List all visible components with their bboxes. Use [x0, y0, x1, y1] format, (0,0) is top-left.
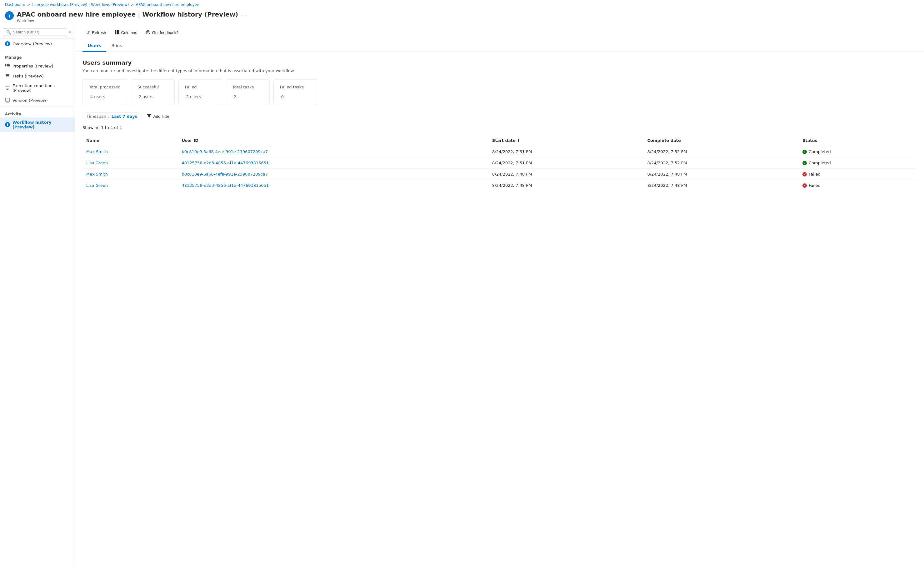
user-id-link[interactable]: b0c810e9-5a68-4efe-991e-239607209ca7	[182, 172, 268, 177]
name-link[interactable]: Lisa Green	[86, 160, 108, 165]
breadcrumb: Dashboard > Lifecycle workflows (Preview…	[0, 0, 924, 9]
add-filter-label: Add filter	[153, 114, 169, 119]
timespan-filter[interactable]: Timespan : Last 7 days	[82, 112, 141, 120]
tab-runs[interactable]: Runs	[106, 40, 127, 52]
page-subtitle: Workflow	[17, 19, 238, 23]
svg-rect-10	[6, 102, 9, 102]
sidebar-item-workflow-history-label: Workflow history (Preview)	[12, 120, 70, 129]
sidebar-divider-activity	[0, 106, 75, 107]
table-row: Lisa Green 48125758-e2d3-4856-af1a-44769…	[82, 158, 916, 169]
cell-user-id: 48125758-e2d3-4856-af1a-447693815651	[178, 180, 488, 191]
status-failed: Failed	[802, 172, 913, 177]
sidebar: 🔍 « i Overview (Preview) Manage Proper	[0, 26, 75, 567]
info-icon: i	[5, 41, 10, 46]
user-id-link[interactable]: b0c810e9-5a68-4efe-991e-239607209ca7	[182, 149, 268, 154]
card-total-processed-label: Total processed	[89, 85, 121, 89]
card-successful-value: 2users	[138, 92, 168, 100]
status-dot-failed	[802, 183, 807, 188]
sidebar-collapse-button[interactable]: «	[69, 30, 71, 34]
name-link[interactable]: Max Smith	[86, 149, 108, 154]
table-row: Max Smith b0c810e9-5a68-4efe-991e-239607…	[82, 169, 916, 180]
search-input[interactable]	[4, 28, 66, 36]
sidebar-section-manage: Manage	[0, 51, 75, 61]
status-failed: Failed	[802, 183, 913, 188]
tabs-container: Users Runs	[75, 40, 924, 52]
refresh-button[interactable]: ↺ Refresh	[82, 28, 110, 37]
user-id-link[interactable]: 48125758-e2d3-4856-af1a-447693815651	[182, 183, 269, 188]
conditions-icon	[5, 86, 10, 91]
cell-status: Failed	[799, 180, 916, 191]
workflow-history-icon: i	[5, 122, 10, 127]
svg-rect-0	[5, 64, 6, 64]
user-id-link[interactable]: 48125758-e2d3-4856-af1a-447693815651	[182, 160, 269, 165]
card-total-tasks: Total tasks 2	[226, 80, 270, 105]
cell-complete-date: 8/24/2022, 7:48 PM	[644, 169, 799, 180]
cell-name: Max Smith	[82, 146, 178, 158]
cell-name: Lisa Green	[82, 180, 178, 191]
sidebar-item-conditions[interactable]: Execution conditions (Preview)	[0, 81, 75, 95]
sidebar-item-version[interactable]: Version (Preview)	[0, 95, 75, 105]
status-dot-completed	[802, 161, 807, 165]
breadcrumb-workflow[interactable]: APAC onboard new hire employee	[136, 3, 200, 7]
sidebar-divider-manage	[0, 50, 75, 50]
svg-point-14	[146, 30, 150, 34]
svg-rect-8	[6, 89, 8, 90]
feedback-label: Got feedback?	[152, 30, 179, 35]
card-total-processed: Total processed 4users	[82, 80, 127, 105]
card-failed-tasks: Failed tasks 0	[273, 80, 317, 105]
sidebar-item-properties[interactable]: Properties (Preview)	[0, 61, 75, 71]
showing-text: Showing 1 to 4 of 4	[82, 125, 916, 130]
columns-label: Columns	[121, 30, 137, 35]
cell-status: Completed	[799, 146, 916, 158]
feedback-icon	[146, 30, 150, 35]
status-label: Failed	[809, 172, 820, 177]
status-completed: Completed	[802, 149, 913, 154]
col-start-date[interactable]: Start date ↓	[488, 135, 644, 146]
col-status: Status	[799, 135, 916, 146]
name-link[interactable]: Lisa Green	[86, 183, 108, 188]
feedback-button[interactable]: Got feedback?	[142, 28, 183, 37]
sidebar-item-workflow-history[interactable]: i Workflow history (Preview)	[0, 117, 75, 132]
sort-icon: ↓	[517, 138, 520, 143]
page-ellipsis-menu[interactable]: ···	[241, 12, 246, 19]
cell-start-date: 8/24/2022, 7:51 PM	[488, 146, 644, 158]
cell-start-date: 8/24/2022, 7:51 PM	[488, 158, 644, 169]
page-title: APAC onboard new hire employee | Workflo…	[17, 10, 238, 18]
table-row: Max Smith b0c810e9-5a68-4efe-991e-239607…	[82, 146, 916, 158]
add-filter-button[interactable]: Add filter	[144, 112, 172, 120]
svg-rect-3	[6, 65, 10, 66]
version-icon	[5, 98, 10, 103]
name-link[interactable]: Max Smith	[86, 172, 108, 177]
col-complete-date: Complete date	[644, 135, 799, 146]
tasks-icon	[5, 74, 10, 78]
cell-complete-date: 8/24/2022, 7:48 PM	[644, 180, 799, 191]
refresh-icon: ↺	[86, 30, 90, 35]
breadcrumb-lifecycle[interactable]: Lifecycle workflows (Preview) | Workflow…	[32, 3, 129, 7]
card-failed: Failed 2users	[178, 80, 222, 105]
filter-icon	[147, 114, 151, 119]
toolbar: ↺ Refresh Columns Got feedbac	[75, 26, 924, 40]
sidebar-item-tasks[interactable]: Tasks (Preview)	[0, 71, 75, 81]
svg-point-15	[147, 31, 149, 33]
sidebar-item-overview[interactable]: i Overview (Preview)	[0, 39, 75, 49]
svg-rect-4	[5, 66, 6, 67]
card-failed-tasks-label: Failed tasks	[280, 85, 310, 89]
breadcrumb-dashboard[interactable]: Dashboard	[5, 3, 25, 7]
sidebar-item-properties-label: Properties (Preview)	[12, 64, 53, 68]
card-total-tasks-value: 2	[232, 92, 263, 100]
cell-status: Failed	[799, 169, 916, 180]
sidebar-item-tasks-label: Tasks (Preview)	[12, 74, 44, 78]
card-successful-label: Successful	[138, 85, 168, 89]
svg-rect-5	[6, 66, 10, 67]
status-dot-completed	[802, 150, 807, 154]
columns-icon	[115, 30, 119, 35]
timespan-filter-label: Timespan	[87, 114, 106, 119]
card-failed-tasks-value: 0	[280, 92, 310, 100]
svg-rect-6	[5, 87, 10, 87]
svg-rect-12	[117, 30, 118, 34]
cell-user-id: b0c810e9-5a68-4efe-991e-239607209ca7	[178, 146, 488, 158]
sidebar-item-overview-label: Overview (Preview)	[12, 42, 52, 46]
tab-users[interactable]: Users	[82, 40, 106, 52]
columns-button[interactable]: Columns	[111, 28, 141, 37]
sidebar-search-container: 🔍 «	[0, 26, 75, 39]
